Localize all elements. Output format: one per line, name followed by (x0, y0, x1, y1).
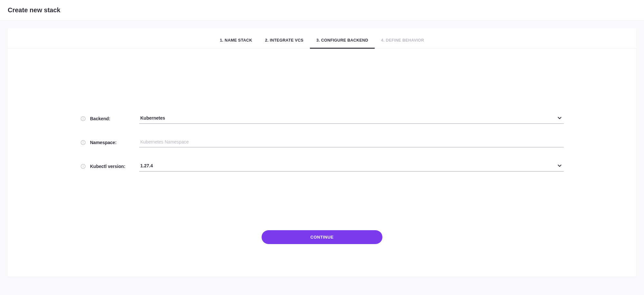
namespace-row: Namespace: (81, 137, 564, 147)
tab-define-behavior: 4. DEFINE BEHAVIOR (375, 33, 431, 49)
tab-configure-backend[interactable]: 3. CONFIGURE BACKEND (310, 33, 375, 49)
svg-point-8 (83, 165, 83, 165)
svg-point-2 (83, 117, 83, 118)
kubectl-version-value: 1.27.4 (140, 163, 557, 168)
namespace-input[interactable] (140, 139, 562, 144)
wizard-tabs: 1. NAME STACK 2. INTEGRATE VCS 3. CONFIG… (8, 28, 636, 49)
kubectl-version-select[interactable]: 1.27.4 (139, 161, 564, 172)
info-icon[interactable] (81, 116, 86, 121)
form-section: Backend: Kubernetes (8, 49, 636, 244)
wizard-card: 1. NAME STACK 2. INTEGRATE VCS 3. CONFIG… (8, 28, 636, 277)
backend-value: Kubernetes (140, 115, 557, 121)
kubectl-version-label: Kubectl version: (90, 164, 135, 169)
chevron-down-icon (557, 163, 562, 169)
info-icon[interactable] (81, 140, 86, 145)
page-header: Create new stack (0, 0, 644, 21)
page-title: Create new stack (8, 6, 636, 14)
backend-select[interactable]: Kubernetes (139, 113, 564, 124)
continue-wrap: CONTINUE (262, 230, 382, 244)
namespace-input-wrap (139, 137, 564, 147)
backend-row: Backend: Kubernetes (81, 113, 564, 124)
tab-name-stack[interactable]: 1. NAME STACK (214, 33, 259, 49)
namespace-label: Namespace: (90, 140, 135, 145)
kubectl-version-row: Kubectl version: 1.27.4 (81, 161, 564, 172)
chevron-down-icon (557, 115, 562, 121)
continue-button[interactable]: CONTINUE (262, 230, 382, 244)
info-icon[interactable] (81, 164, 86, 169)
main-container: 1. NAME STACK 2. INTEGRATE VCS 3. CONFIG… (0, 21, 644, 284)
svg-point-5 (83, 141, 83, 142)
backend-label: Backend: (90, 116, 135, 121)
tab-integrate-vcs[interactable]: 2. INTEGRATE VCS (259, 33, 310, 49)
